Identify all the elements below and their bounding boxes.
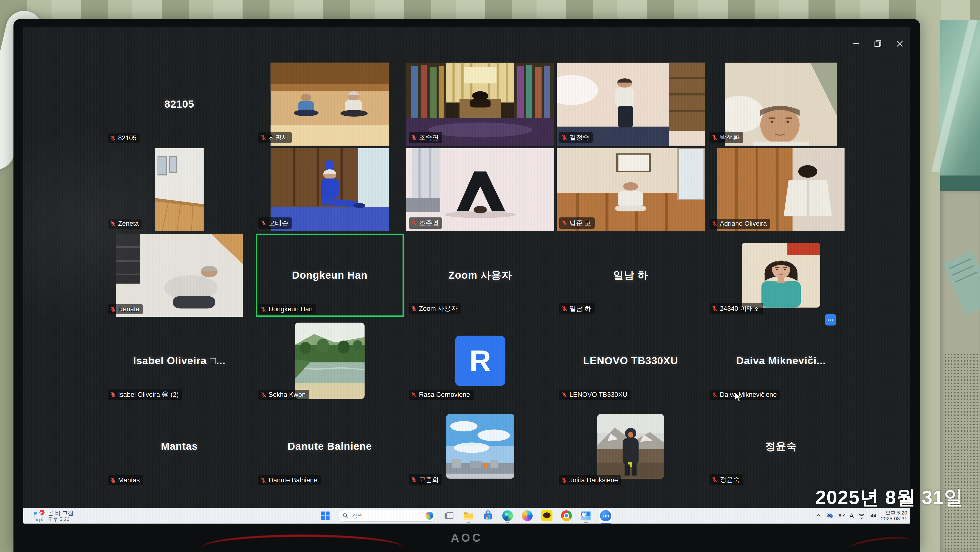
minimize-button[interactable]: [851, 39, 861, 48]
participant-tile-cheonmyeongse[interactable]: 천명세: [256, 62, 404, 145]
participant-tile-jojunyoung[interactable]: 조준영: [406, 148, 554, 231]
chrome-icon[interactable]: [560, 509, 573, 523]
bing-icon: [426, 512, 433, 520]
participant-tile-isabel-oliveira[interactable]: Isabel Oliveira □...Isabel Oliveira 😁 (2…: [105, 319, 253, 402]
mic-muted-icon: [261, 392, 266, 398]
participant-name-label: LENOVO TB330XU: [559, 390, 631, 400]
participant-tile-danute-balniene[interactable]: Danute BalnieneDanute Balniene: [256, 405, 404, 488]
participant-tile-namjungo[interactable]: 남준 고: [557, 148, 705, 231]
mic-muted-icon: [261, 477, 266, 483]
cloud-slash-icon: [826, 512, 834, 519]
search-box[interactable]: 검색: [338, 510, 436, 522]
participant-name-label: 정윤숙: [710, 474, 743, 485]
mic-muted-icon: [411, 306, 417, 311]
mic-muted-icon: [561, 477, 567, 483]
participant-tile-sokha-kwon[interactable]: Sokha Kwon: [256, 319, 404, 402]
participant-name-label: Rasa Cernoviene: [409, 390, 474, 400]
participant-name-label: 천명세: [258, 132, 292, 143]
participant-tile-82105[interactable]: 8210582105: [105, 62, 253, 145]
search-placeholder: 검색: [352, 512, 423, 520]
security-app-icon[interactable]: [579, 509, 593, 523]
participant-tile-giljeongsuk[interactable]: 길정숙: [557, 62, 705, 145]
avatar-photo: [295, 322, 364, 399]
file-explorer-icon[interactable]: [461, 509, 475, 523]
participant-name-label: Renata: [108, 304, 143, 314]
svg-text:9+: 9+: [40, 511, 44, 514]
mic-muted-icon: [712, 134, 718, 140]
participant-tile-leetaejo[interactable]: 24340 이태조: [707, 234, 855, 317]
speaker-icon: [870, 512, 877, 519]
participant-name-label: Daiva Miknevičienė: [710, 390, 780, 400]
task-view-button[interactable]: [442, 509, 456, 523]
windows-start-icon: [320, 510, 331, 522]
chrome-circle-icon: [561, 511, 572, 521]
participant-tile-gojunhee[interactable]: 고준희: [406, 405, 554, 488]
participant-tile-daiva-mikneviciene[interactable]: Daiva Mikneviči...Daiva Miknevičienė: [707, 319, 855, 402]
participant-tile-adriano-oliveira[interactable]: Adriano Oliveira: [707, 148, 855, 231]
participant-tile-ilnam-ha[interactable]: 일남 하일남 하: [557, 234, 705, 317]
participant-tile-rasa-cernoviene[interactable]: RRasa Cernoviene: [406, 319, 554, 402]
weather-text: 곧 비 그침: [48, 510, 73, 516]
mic-and-location-icon: [838, 512, 845, 519]
microsoft-store-icon[interactable]: [481, 509, 495, 523]
zoom-zm-badge: zm: [600, 510, 611, 522]
mouse-cursor: [734, 392, 743, 402]
photo-background: 8210582105천명세조숙연길정숙박성환Żeneta오태순조준영남준 고Ad…: [0, 0, 980, 552]
volume-tray-icon[interactable]: [870, 512, 877, 519]
participant-tile-jeongyoonsook[interactable]: 정윤숙정윤숙: [707, 405, 855, 488]
mic-muted-icon: [110, 221, 116, 227]
participant-name-label: Dongkeun Han: [258, 304, 316, 314]
participant-tile-lenovo-tb330xu[interactable]: LENOVO TB330XULENOVO TB330XU: [557, 319, 705, 402]
speaker-grille: [944, 353, 980, 552]
restore-button[interactable]: [873, 39, 883, 48]
mic-muted-icon: [261, 220, 266, 226]
onedrive-paused-icon[interactable]: [826, 512, 834, 519]
ime-indicator[interactable]: A: [850, 512, 854, 520]
wifi-tray-icon[interactable]: [858, 512, 865, 519]
close-button[interactable]: [895, 39, 905, 48]
taskbar-clock[interactable]: 오후 5:20 2025-08-31: [881, 510, 909, 522]
participant-tile-bakseonghwan[interactable]: 박성환: [707, 62, 855, 145]
letter-avatar: R: [455, 335, 506, 386]
avatar-photo: [446, 414, 514, 479]
participant-name-label: Sokha Kwon: [258, 390, 309, 400]
wifi-icon: [858, 512, 865, 519]
shield-app-icon: [581, 510, 592, 522]
mic-muted-icon: [110, 306, 116, 312]
kakaotalk-icon[interactable]: TALK: [540, 509, 554, 523]
participant-name-label: Żeneta: [108, 219, 142, 229]
mic-muted-icon: [712, 392, 718, 398]
start-button[interactable]: [318, 509, 332, 523]
windows-taskbar: 9+ 곧 비 그침 오후 5:20: [23, 507, 910, 523]
mic-muted-icon: [712, 221, 718, 227]
clock-time: 오후 5:20: [881, 510, 907, 516]
mic-muted-icon: [561, 220, 567, 226]
participant-grid: 8210582105천명세조숙연길정숙박성환Żeneta오태순조준영남준 고Ad…: [105, 62, 855, 488]
copilot-swirl-icon: [522, 511, 533, 521]
avatar-photo: [742, 242, 820, 307]
participant-tile-zoom-user[interactable]: Zoom 사용자Zoom 사용자: [406, 234, 554, 317]
zoom-app-icon[interactable]: zm: [599, 509, 612, 523]
close-icon: [895, 39, 905, 48]
weather-widget[interactable]: 9+ 곧 비 그침 오후 5:20: [30, 508, 76, 523]
participant-tile-jolita-dauksiene[interactable]: Jolita Dauksiene: [557, 405, 705, 488]
participant-tile-dongkeun-han[interactable]: Dongkeun HanDongkeun Han: [256, 234, 404, 317]
kakao-talk-text: TALK: [540, 518, 554, 521]
participant-name-label: 박성환: [710, 132, 743, 143]
tray-chevron-button[interactable]: [815, 512, 822, 519]
mic-muted-icon: [411, 392, 417, 398]
mic-location-tray-icon[interactable]: [838, 512, 845, 519]
copilot-icon[interactable]: [520, 509, 534, 523]
participant-tile-josookyeon[interactable]: 조숙연: [406, 62, 554, 145]
mic-muted-icon: [561, 306, 567, 311]
more-options-button[interactable]: ⋯: [825, 314, 836, 325]
participant-tile-renata[interactable]: Renata: [105, 234, 253, 317]
window-controls: [851, 39, 905, 48]
participant-tile-zeneta[interactable]: Żeneta: [105, 148, 253, 231]
store-bag-icon: [482, 510, 494, 522]
mic-muted-icon: [110, 477, 116, 483]
participant-tile-mantas[interactable]: MantasMantas: [105, 405, 253, 488]
participant-tile-otaesoon[interactable]: 오태순: [256, 148, 404, 231]
minimize-icon: [851, 39, 861, 48]
edge-icon[interactable]: [501, 509, 514, 523]
